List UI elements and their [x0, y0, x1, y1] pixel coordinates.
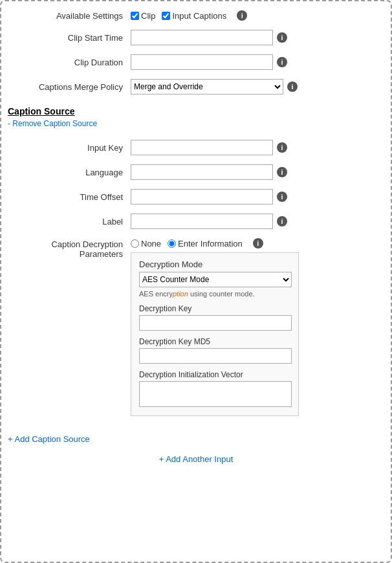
- decryption-key-input[interactable]: [139, 315, 292, 331]
- enter-info-radio-text: Enter Information: [178, 239, 243, 248]
- captions-merge-policy-info-icon[interactable]: i: [287, 82, 298, 92]
- available-settings-field: Clip Input Captions i: [131, 10, 247, 21]
- desc-rest: using counter mode.: [188, 290, 255, 298]
- clip-start-time-info-icon[interactable]: i: [277, 32, 287, 43]
- time-offset-field: i: [131, 189, 384, 204]
- decryption-mode-label: Decryption Mode: [139, 259, 290, 269]
- captions-merge-policy-field: Merge and Override Override Merge i: [131, 79, 384, 94]
- clip-start-time-field: i: [131, 30, 384, 45]
- caption-decryption-info-icon[interactable]: i: [253, 238, 263, 248]
- clip-duration-field: i: [131, 54, 384, 70]
- clip-checkbox-label[interactable]: Clip: [131, 11, 155, 21]
- none-radio-label[interactable]: None: [131, 239, 161, 248]
- desc-highlight: ption: [173, 290, 188, 298]
- decryption-key-md5-label: Decryption Key MD5: [139, 337, 290, 346]
- clip-checkbox[interactable]: [131, 12, 139, 20]
- label-field-info-icon[interactable]: i: [277, 216, 287, 226]
- decryption-iv-label: Decryption Initialization Vector: [139, 370, 290, 379]
- caption-decryption-field: None Enter Information i Decryption Mode…: [131, 238, 384, 416]
- time-offset-info-icon[interactable]: i: [277, 192, 287, 202]
- language-label: Language: [8, 168, 131, 177]
- language-input[interactable]: [131, 164, 273, 180]
- available-settings-info-icon[interactable]: i: [237, 10, 247, 21]
- clip-duration-label: Clip Duration: [8, 58, 131, 67]
- decryption-mode-select[interactable]: AES Counter Mode AES CBC Mode None: [139, 272, 292, 287]
- add-another-input-link[interactable]: + Add Another Input: [1, 454, 391, 464]
- input-key-label: Input Key: [8, 143, 131, 153]
- clip-start-time-label: Clip Start Time: [8, 33, 131, 43]
- add-caption-source-link[interactable]: + Add Caption Source: [8, 434, 391, 444]
- remove-caption-source-link[interactable]: - Remove Caption Source: [8, 119, 391, 128]
- decryption-box: Decryption Mode AES Counter Mode AES CBC…: [131, 252, 299, 416]
- enter-info-radio[interactable]: [168, 239, 176, 248]
- input-key-input[interactable]: [131, 140, 273, 155]
- none-radio[interactable]: [131, 239, 139, 248]
- language-info-icon[interactable]: i: [277, 167, 287, 177]
- decryption-key-label: Decryption Key: [139, 304, 290, 313]
- input-captions-checkbox-label[interactable]: Input Captions: [162, 11, 226, 21]
- clip-start-time-input[interactable]: [131, 30, 273, 45]
- label-field-field: i: [131, 214, 384, 229]
- decryption-key-md5-input[interactable]: [139, 348, 292, 364]
- clip-label: Clip: [141, 11, 155, 21]
- decryption-mode-desc: AES encryption using counter mode.: [139, 290, 290, 298]
- input-key-info-icon[interactable]: i: [277, 142, 287, 153]
- clip-duration-input[interactable]: [131, 54, 273, 70]
- input-captions-checkbox[interactable]: [162, 12, 170, 20]
- time-offset-label: Time Offset: [8, 192, 131, 202]
- desc-normal: AES encry: [139, 290, 173, 298]
- clip-duration-info-icon[interactable]: i: [277, 57, 287, 67]
- none-radio-text: None: [141, 239, 161, 248]
- language-field: i: [131, 164, 384, 180]
- decryption-iv-textarea[interactable]: [139, 381, 292, 407]
- captions-merge-policy-label: Captions Merge Policy: [8, 82, 131, 92]
- enter-info-radio-label[interactable]: Enter Information: [168, 239, 243, 248]
- label-field-label: Label: [8, 217, 131, 226]
- caption-decryption-label: Caption DecryptionParameters: [8, 238, 131, 259]
- label-field-input[interactable]: [131, 214, 273, 229]
- input-key-field: i: [131, 140, 384, 155]
- caption-source-heading: Caption Source: [8, 106, 391, 116]
- captions-merge-policy-select[interactable]: Merge and Override Override Merge: [131, 79, 283, 94]
- input-captions-label: Input Captions: [172, 11, 226, 21]
- available-settings-label: Available Settings: [8, 11, 131, 21]
- time-offset-input[interactable]: [131, 189, 273, 204]
